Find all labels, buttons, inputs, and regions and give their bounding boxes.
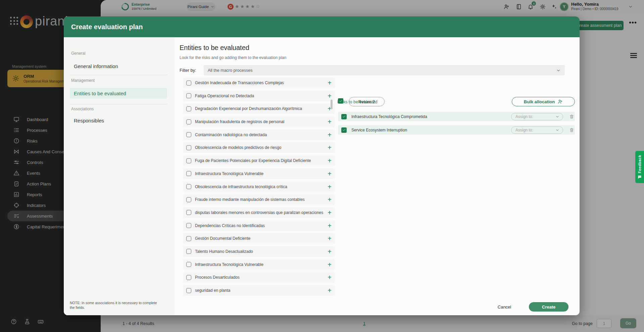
risk-label: Procesos Desarticulados xyxy=(195,275,240,280)
risk-checkbox[interactable] xyxy=(186,145,191,150)
assign-to-placeholder: Assign to: xyxy=(515,114,533,119)
risk-row: Dependencias Críticas no Identificadas + xyxy=(183,220,335,231)
macro-process-filter-dropdown[interactable]: All the macro processes xyxy=(204,65,565,75)
assign-to-dropdown[interactable]: Assign to: xyxy=(511,113,563,120)
risk-row: Fatiga Operacional no Detectada + xyxy=(183,91,335,101)
person-add-icon xyxy=(557,99,563,104)
nav-section-associations: Associations xyxy=(71,107,94,111)
risk-row: Gestión Inadecuada de Transacciones Comp… xyxy=(183,77,335,88)
add-risk-icon[interactable]: + xyxy=(328,93,332,99)
risk-label: Fuga de Pacientes Potenciales por Experi… xyxy=(195,158,311,163)
add-risk-icon[interactable]: + xyxy=(328,274,332,281)
risk-checkbox[interactable] xyxy=(186,262,191,267)
risk-label: Gestión Inadecuada de Transacciones Comp… xyxy=(195,80,284,85)
add-risk-icon[interactable]: + xyxy=(328,196,332,203)
risk-label: Infraestructura Tecnológica Vulnerable xyxy=(195,262,263,267)
modal-title: Create evaluation plan xyxy=(71,23,143,31)
risk-checkbox[interactable] xyxy=(186,197,191,202)
bulk-allocation-label: Bulk allocation xyxy=(524,99,555,104)
risk-list: Gestión Inadecuada de Transacciones Comp… xyxy=(183,77,335,298)
risk-label: disputas laborales menores en controvers… xyxy=(195,210,324,215)
risk-row: Fraude interno mediante manipulación de … xyxy=(183,194,335,205)
modal-nav: General General information Management E… xyxy=(64,37,175,315)
risk-label: seguridad en planta xyxy=(195,288,230,293)
feedback-label: Feedback xyxy=(638,155,642,173)
risk-label: Contaminación radiológica no detectada xyxy=(195,132,267,137)
nav-item-general-information[interactable]: General information xyxy=(70,61,167,71)
risk-label: Fraude interno mediante manipulación de … xyxy=(195,197,305,202)
modal-note: NOTE: In some associations it is necessa… xyxy=(70,300,158,310)
add-risk-icon[interactable]: + xyxy=(328,183,332,190)
risk-checkbox[interactable] xyxy=(186,93,191,98)
add-risk-icon[interactable]: + xyxy=(328,157,332,164)
chevron-down-icon xyxy=(555,128,559,132)
return-button[interactable]: Return 2 xyxy=(349,97,385,106)
nav-section-management: Management xyxy=(71,78,95,83)
risk-row: Fuga de Pacientes Potenciales por Experi… xyxy=(183,155,335,166)
selected-risk-row: Infraestructura Tecnológica Comprometida… xyxy=(338,112,575,121)
risk-checkbox[interactable] xyxy=(186,158,191,163)
create-button[interactable]: Create xyxy=(529,302,568,312)
bulk-allocation-button[interactable]: Bulk allocation xyxy=(512,97,575,106)
risk-label: Dependencias Críticas no Identificadas xyxy=(195,223,265,228)
risk-row: Infraestructura Tecnológica Vulnerable + xyxy=(183,259,335,270)
risk-label: Fatiga Operacional no Detectada xyxy=(195,94,254,98)
add-risk-icon[interactable]: + xyxy=(328,261,332,268)
risk-checkbox[interactable] xyxy=(186,249,191,254)
risk-row: Obsolescencia de modelos predictivos de … xyxy=(183,142,335,153)
add-risk-icon[interactable]: + xyxy=(328,144,332,151)
risk-checkbox[interactable] xyxy=(186,132,191,137)
nav-section-general: General xyxy=(71,51,86,56)
add-risk-icon[interactable]: + xyxy=(328,118,332,125)
risk-row: Obsolescencia de infraestructura tecnoló… xyxy=(183,181,335,192)
trash-icon[interactable] xyxy=(569,114,574,119)
risk-checkbox[interactable] xyxy=(186,275,191,280)
risk-row: Degradación Experiencial por Deshumaniza… xyxy=(183,103,335,114)
risk-checkbox[interactable] xyxy=(186,80,191,86)
feedback-tab[interactable]: Feedback xyxy=(635,151,644,183)
risk-row: Gestión Documental Deficiente + xyxy=(183,233,335,244)
cancel-button[interactable]: Cancel xyxy=(494,302,514,312)
risk-label: Obsolescencia de modelos predictivos de … xyxy=(195,145,281,150)
add-risk-icon[interactable]: + xyxy=(328,235,332,242)
risk-checkbox[interactable] xyxy=(186,171,191,176)
nav-divider xyxy=(70,75,167,75)
risk-label: Infraestructura Tecnológica Vulnerable xyxy=(195,171,263,176)
create-evaluation-plan-modal: Create evaluation plan General General i… xyxy=(64,16,580,315)
assign-to-placeholder: Assign to: xyxy=(515,128,533,132)
selected-risk-label: Infraestructura Tecnológica Comprometida xyxy=(351,114,427,119)
add-risk-icon[interactable]: + xyxy=(328,222,332,229)
add-risk-icon[interactable]: + xyxy=(328,79,332,86)
risk-row: Manipulación fraudulenta de registros de… xyxy=(183,116,335,127)
risk-row: Infraestructura Tecnológica Vulnerable + xyxy=(183,168,335,179)
risk-checkbox[interactable] xyxy=(186,223,191,228)
add-risk-icon[interactable]: + xyxy=(328,287,332,294)
add-risk-icon[interactable]: + xyxy=(328,170,332,177)
add-risk-icon[interactable]: + xyxy=(328,209,332,216)
risk-label: Obsolescencia de infraestructura tecnoló… xyxy=(195,184,287,189)
feedback-chat-icon xyxy=(638,175,642,179)
content-subtitle: Look for the risks and go adding them to… xyxy=(180,55,286,60)
risk-checkbox[interactable] xyxy=(186,236,191,241)
list-scrollbar[interactable] xyxy=(331,100,333,109)
nav-item-responsibles[interactable]: Responsibles xyxy=(70,115,167,126)
selected-risk-checkbox[interactable] xyxy=(341,114,347,119)
assign-to-dropdown[interactable]: Assign to: xyxy=(511,126,563,134)
risk-checkbox[interactable] xyxy=(186,106,191,111)
select-all-checkbox[interactable] xyxy=(338,98,343,104)
chevron-down-icon xyxy=(556,68,561,73)
add-risk-icon[interactable]: + xyxy=(328,248,332,255)
risk-checkbox[interactable] xyxy=(186,184,191,189)
risk-checkbox[interactable] xyxy=(186,210,191,215)
risk-label: Degradación Experiencial por Deshumaniza… xyxy=(195,106,302,111)
content-title: Entities to be evaluated xyxy=(180,44,249,52)
add-risk-icon[interactable]: + xyxy=(328,131,332,138)
modal-header: Create evaluation plan xyxy=(64,16,580,37)
risk-checkbox[interactable] xyxy=(186,119,191,124)
risk-label: Manipulación fraudulenta de registros de… xyxy=(195,119,284,124)
trash-icon[interactable] xyxy=(569,127,574,132)
risk-checkbox[interactable] xyxy=(186,288,191,293)
nav-item-entities-to-be-evaluated[interactable]: Entities to be evaluated xyxy=(70,88,167,99)
selected-risk-checkbox[interactable] xyxy=(341,127,347,133)
risk-row: Procesos Desarticulados + xyxy=(183,272,335,283)
